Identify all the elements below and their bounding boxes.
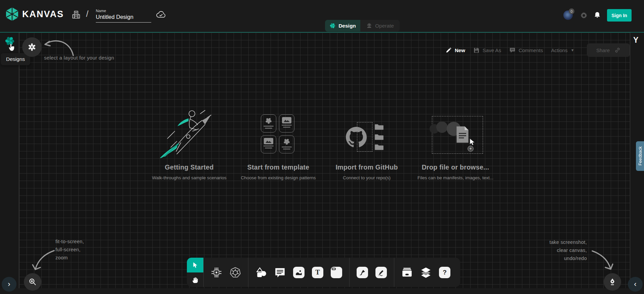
new-button[interactable]: New [445,47,465,53]
repo-folder-icon [374,143,384,150]
pen-tool-icon[interactable] [356,266,369,279]
brand-name: KANVAS [22,9,64,20]
app-header: KANVAS / Name [0,0,644,32]
file-document-icon [455,125,470,144]
card-title: Import from GitHub [323,163,410,171]
card-title: Drop file or browse... [412,163,499,171]
template-thumb-image [261,135,276,153]
operate-headset-icon [366,23,372,29]
zoom-hint-arrow [29,247,59,274]
design-name-field: Name [96,9,151,23]
zoom-hint-text: fit-to-screen, full-screen, zoom [55,237,84,262]
dock-toolbar: T [187,258,460,287]
y-logo: Y [633,36,638,45]
design-spiral-icon [329,23,336,29]
kanvas-app: KANVAS / Name [0,0,644,294]
notifications-bell-icon[interactable] [593,10,602,20]
card-start-from-template[interactable]: Start from template Choose from existing… [235,108,322,180]
organization-icon[interactable] [72,10,81,19]
notification-count-badge: 0 [569,8,574,14]
note-icon[interactable] [330,266,343,279]
pencil-icon [445,47,452,53]
tab-operate[interactable]: Operate [360,20,400,32]
tab-operate-label: Operate [375,23,394,29]
pan-tool-button[interactable] [187,272,203,287]
drop-file-illustration: + [412,108,499,158]
card-subtitle: Connect to your repo(s) [323,175,410,180]
actions-dropdown[interactable]: Actions ▼ [551,47,574,53]
card-subtitle: Walk-throughs and sample scenarios [146,175,233,180]
feedback-tab[interactable]: Feedback [636,141,644,171]
save-as-button[interactable]: Save As [473,47,501,53]
link-icon [614,47,620,53]
plus-badge-icon: + [468,146,474,152]
kubernetes-icon[interactable] [229,266,242,279]
breadcrumb-slash: / [86,9,88,19]
toolbar-group-infra [204,258,248,287]
hand-cursor-icon [7,43,17,52]
actions-hint-text: take screenshot, clear canvas, undo/redo [550,238,587,262]
pointer-tool-group [187,258,203,287]
actions-hint-arrow [588,248,618,274]
toolbar-group-annotate: T [248,258,349,287]
github-octocat-icon [346,127,367,148]
cursor-arrow-icon [468,138,476,146]
template-thumb-spiral [279,135,294,153]
layout-snowflake-button[interactable] [22,37,42,57]
github-illustration [323,108,410,158]
toolbar-group-manage: ? [394,258,457,287]
sign-in-button[interactable]: Sign In [607,9,632,22]
drawer-icon[interactable] [400,266,414,279]
text-tool-icon[interactable]: T [311,266,324,279]
shapes-icon[interactable] [254,266,268,279]
repo-folder-icon [374,133,384,140]
comment-bubble-icon [509,47,516,53]
layout-hint-arrow [40,35,77,59]
zoom-in-button[interactable] [24,273,41,291]
mode-tabs: Design Operate [325,20,400,32]
save-disk-icon [473,47,480,53]
pencil-scribble-icon[interactable] [374,266,388,279]
card-subtitle: Choose from existing design patterns [235,175,322,180]
comment-icon[interactable] [273,266,287,279]
expand-right-panel-button[interactable]: ‹ [628,277,643,292]
component-chip-icon[interactable] [210,266,223,279]
card-subtitle: Files can be manifests, images, text... [412,175,499,180]
layers-icon[interactable] [419,266,433,279]
card-drop-file[interactable]: + Drop file or browse... Files can be ma… [412,108,499,180]
comments-button[interactable]: Comments [509,47,543,53]
design-name-input[interactable] [96,13,151,23]
canvas-action-bar: New Save As Comments Actions ▼ Sh [445,43,630,57]
card-title: Start from template [235,163,322,171]
select-tool-button[interactable] [187,258,203,272]
tab-design-label: Design [338,23,356,29]
toolbar-group-draw [350,258,394,287]
help-icon[interactable]: ? [438,266,451,279]
designs-tooltip: Designs [1,53,30,65]
card-import-from-github[interactable]: Import from GitHub Connect to your repo(… [323,108,410,180]
rocket-doodle-illustration [146,108,233,158]
template-grid-illustration [235,108,322,158]
expand-left-panel-button[interactable]: › [2,277,16,292]
card-title: Getting Started [146,163,233,171]
kanvas-logo[interactable]: KANVAS [5,7,64,22]
settings-gear-icon[interactable] [579,11,589,20]
cloud-saved-icon [156,11,166,19]
feedback-label: Feedback [638,146,643,166]
template-thumb-spiral [261,114,276,133]
image-icon[interactable] [292,266,306,279]
repo-folder-icon [374,123,384,130]
chevron-down-icon: ▼ [571,48,574,52]
pen-nib-button[interactable] [604,273,621,291]
design-name-label: Name [96,9,151,13]
left-dock-strip [0,33,19,288]
kanvas-hexagon-icon [5,7,19,22]
share-button[interactable]: Share [587,43,630,57]
tab-design[interactable]: Design [325,20,360,32]
card-getting-started[interactable]: Getting Started Walk-throughs and sample… [146,108,233,180]
template-thumb-image [279,114,294,133]
